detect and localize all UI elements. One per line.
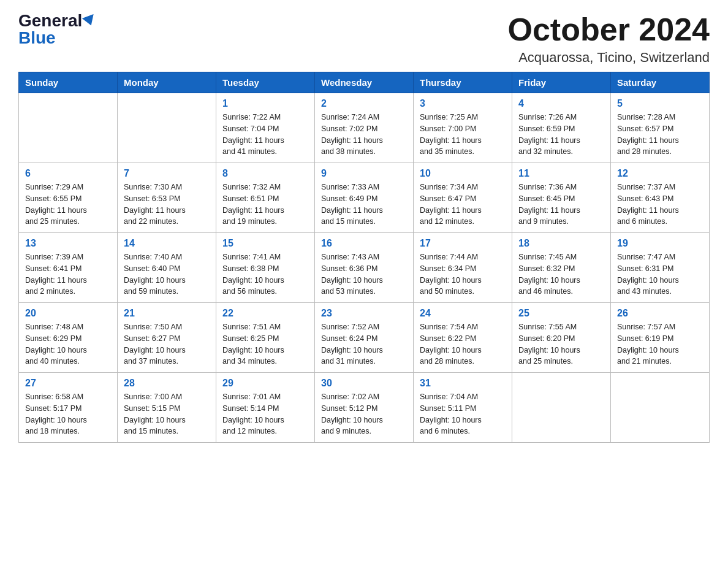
calendar-header-row: SundayMondayTuesdayWednesdayThursdayFrid… <box>19 72 710 93</box>
day-number: 27 <box>25 378 111 389</box>
day-info: Sunrise: 7:34 AMSunset: 6:47 PMDaylight:… <box>420 182 506 228</box>
day-number: 19 <box>617 238 703 249</box>
day-number: 5 <box>617 98 703 109</box>
calendar-cell: 15Sunrise: 7:41 AMSunset: 6:38 PMDayligh… <box>216 233 315 303</box>
day-info: Sunrise: 7:50 AMSunset: 6:27 PMDaylight:… <box>124 321 210 367</box>
calendar-cell: 4Sunrise: 7:26 AMSunset: 6:59 PMDaylight… <box>512 93 611 163</box>
day-number: 13 <box>25 238 111 249</box>
calendar-cell: 1Sunrise: 7:22 AMSunset: 7:04 PMDaylight… <box>216 93 315 163</box>
day-info: Sunrise: 7:43 AMSunset: 6:36 PMDaylight:… <box>321 251 407 297</box>
calendar-week-row: 27Sunrise: 6:58 AMSunset: 5:17 PMDayligh… <box>19 373 710 443</box>
day-info: Sunrise: 7:32 AMSunset: 6:51 PMDaylight:… <box>222 182 308 228</box>
weekday-header-thursday: Thursday <box>414 72 512 93</box>
calendar-cell: 12Sunrise: 7:37 AMSunset: 6:43 PMDayligh… <box>611 163 710 233</box>
page-header: General Blue October 2024 Acquarossa, Ti… <box>18 12 710 66</box>
calendar-week-row: 13Sunrise: 7:39 AMSunset: 6:41 PMDayligh… <box>19 233 710 303</box>
day-info: Sunrise: 7:45 AMSunset: 6:32 PMDaylight:… <box>518 251 604 297</box>
day-number: 18 <box>518 238 604 249</box>
day-info: Sunrise: 7:48 AMSunset: 6:29 PMDaylight:… <box>25 321 111 367</box>
day-number: 8 <box>222 168 308 179</box>
day-info: Sunrise: 7:22 AMSunset: 7:04 PMDaylight:… <box>222 112 308 158</box>
month-title: October 2024 <box>508 12 710 47</box>
day-info: Sunrise: 7:36 AMSunset: 6:45 PMDaylight:… <box>518 182 604 228</box>
calendar-cell: 27Sunrise: 6:58 AMSunset: 5:17 PMDayligh… <box>19 373 118 443</box>
day-number: 10 <box>420 168 506 179</box>
day-number: 23 <box>321 308 407 319</box>
calendar-cell: 3Sunrise: 7:25 AMSunset: 7:00 PMDaylight… <box>414 93 512 163</box>
day-info: Sunrise: 7:41 AMSunset: 6:38 PMDaylight:… <box>222 251 308 297</box>
day-number: 11 <box>518 168 604 179</box>
calendar-cell: 17Sunrise: 7:44 AMSunset: 6:34 PMDayligh… <box>414 233 512 303</box>
day-info: Sunrise: 7:28 AMSunset: 6:57 PMDaylight:… <box>617 112 703 158</box>
day-info: Sunrise: 7:47 AMSunset: 6:31 PMDaylight:… <box>617 251 703 297</box>
calendar-cell <box>19 93 118 163</box>
day-info: Sunrise: 7:00 AMSunset: 5:15 PMDaylight:… <box>124 391 210 437</box>
day-number: 7 <box>124 168 210 179</box>
location-title: Acquarossa, Ticino, Switzerland <box>508 50 710 66</box>
calendar-cell: 29Sunrise: 7:01 AMSunset: 5:14 PMDayligh… <box>216 373 315 443</box>
day-number: 24 <box>420 308 506 319</box>
calendar-cell: 13Sunrise: 7:39 AMSunset: 6:41 PMDayligh… <box>19 233 118 303</box>
day-info: Sunrise: 7:33 AMSunset: 6:49 PMDaylight:… <box>321 182 407 228</box>
day-info: Sunrise: 7:02 AMSunset: 5:12 PMDaylight:… <box>321 391 407 437</box>
day-info: Sunrise: 7:54 AMSunset: 6:22 PMDaylight:… <box>420 321 506 367</box>
calendar-cell: 10Sunrise: 7:34 AMSunset: 6:47 PMDayligh… <box>414 163 512 233</box>
day-info: Sunrise: 7:51 AMSunset: 6:25 PMDaylight:… <box>222 321 308 367</box>
day-number: 12 <box>617 168 703 179</box>
calendar-cell: 22Sunrise: 7:51 AMSunset: 6:25 PMDayligh… <box>216 303 315 373</box>
calendar-cell: 5Sunrise: 7:28 AMSunset: 6:57 PMDaylight… <box>611 93 710 163</box>
day-info: Sunrise: 7:44 AMSunset: 6:34 PMDaylight:… <box>420 251 506 297</box>
day-number: 22 <box>222 308 308 319</box>
calendar-cell <box>118 93 216 163</box>
calendar-cell: 26Sunrise: 7:57 AMSunset: 6:19 PMDayligh… <box>611 303 710 373</box>
calendar-week-row: 1Sunrise: 7:22 AMSunset: 7:04 PMDaylight… <box>19 93 710 163</box>
calendar-cell: 30Sunrise: 7:02 AMSunset: 5:12 PMDayligh… <box>315 373 414 443</box>
calendar-cell: 19Sunrise: 7:47 AMSunset: 6:31 PMDayligh… <box>611 233 710 303</box>
day-number: 26 <box>617 308 703 319</box>
day-info: Sunrise: 7:39 AMSunset: 6:41 PMDaylight:… <box>25 251 111 297</box>
weekday-header-monday: Monday <box>118 72 216 93</box>
day-number: 30 <box>321 378 407 389</box>
day-number: 31 <box>420 378 506 389</box>
day-number: 25 <box>518 308 604 319</box>
weekday-header-tuesday: Tuesday <box>216 72 315 93</box>
calendar-table: SundayMondayTuesdayWednesdayThursdayFrid… <box>18 72 710 443</box>
day-number: 1 <box>222 98 308 109</box>
day-number: 9 <box>321 168 407 179</box>
calendar-cell: 16Sunrise: 7:43 AMSunset: 6:36 PMDayligh… <box>315 233 414 303</box>
day-number: 2 <box>321 98 407 109</box>
calendar-cell: 21Sunrise: 7:50 AMSunset: 6:27 PMDayligh… <box>118 303 216 373</box>
logo: General Blue <box>18 12 96 47</box>
calendar-cell: 14Sunrise: 7:40 AMSunset: 6:40 PMDayligh… <box>118 233 216 303</box>
day-info: Sunrise: 6:58 AMSunset: 5:17 PMDaylight:… <box>25 391 111 437</box>
day-info: Sunrise: 7:04 AMSunset: 5:11 PMDaylight:… <box>420 391 506 437</box>
day-number: 6 <box>25 168 111 179</box>
day-number: 21 <box>124 308 210 319</box>
calendar-week-row: 6Sunrise: 7:29 AMSunset: 6:55 PMDaylight… <box>19 163 710 233</box>
day-info: Sunrise: 7:25 AMSunset: 7:00 PMDaylight:… <box>420 112 506 158</box>
calendar-cell: 11Sunrise: 7:36 AMSunset: 6:45 PMDayligh… <box>512 163 611 233</box>
day-info: Sunrise: 7:55 AMSunset: 6:20 PMDaylight:… <box>518 321 604 367</box>
logo-blue-text: Blue <box>18 29 56 47</box>
weekday-header-saturday: Saturday <box>611 72 710 93</box>
day-info: Sunrise: 7:37 AMSunset: 6:43 PMDaylight:… <box>617 182 703 228</box>
calendar-cell <box>611 373 710 443</box>
day-info: Sunrise: 7:57 AMSunset: 6:19 PMDaylight:… <box>617 321 703 367</box>
day-number: 4 <box>518 98 604 109</box>
weekday-header-sunday: Sunday <box>19 72 118 93</box>
calendar-cell: 18Sunrise: 7:45 AMSunset: 6:32 PMDayligh… <box>512 233 611 303</box>
calendar-week-row: 20Sunrise: 7:48 AMSunset: 6:29 PMDayligh… <box>19 303 710 373</box>
day-info: Sunrise: 7:40 AMSunset: 6:40 PMDaylight:… <box>124 251 210 297</box>
calendar-cell: 28Sunrise: 7:00 AMSunset: 5:15 PMDayligh… <box>118 373 216 443</box>
calendar-cell <box>512 373 611 443</box>
day-info: Sunrise: 7:30 AMSunset: 6:53 PMDaylight:… <box>124 182 210 228</box>
day-info: Sunrise: 7:52 AMSunset: 6:24 PMDaylight:… <box>321 321 407 367</box>
logo-triangle-icon <box>82 14 97 28</box>
logo-general-text: General <box>18 12 82 29</box>
weekday-header-wednesday: Wednesday <box>315 72 414 93</box>
calendar-cell: 23Sunrise: 7:52 AMSunset: 6:24 PMDayligh… <box>315 303 414 373</box>
day-info: Sunrise: 7:29 AMSunset: 6:55 PMDaylight:… <box>25 182 111 228</box>
day-number: 15 <box>222 238 308 249</box>
calendar-cell: 7Sunrise: 7:30 AMSunset: 6:53 PMDaylight… <box>118 163 216 233</box>
calendar-cell: 31Sunrise: 7:04 AMSunset: 5:11 PMDayligh… <box>414 373 512 443</box>
